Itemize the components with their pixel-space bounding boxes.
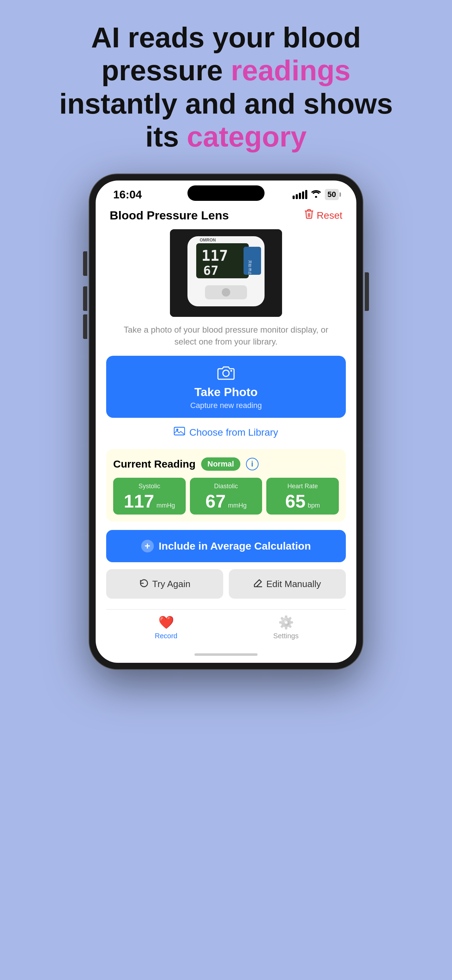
status-badge: Normal — [201, 457, 240, 471]
take-photo-subtitle: Capture new reading — [190, 401, 262, 410]
systolic-value-row: 117 mmHg — [117, 492, 182, 510]
diastolic-box: Diastolic 67 mmHg — [190, 478, 263, 514]
systolic-unit: mmHg — [156, 502, 175, 509]
screen-title: Blood Pressure Lens — [110, 208, 229, 222]
systolic-box: Systolic 117 mmHg — [113, 478, 186, 514]
heart-icon: ❤️ — [158, 615, 174, 630]
reading-card: Current Reading Normal i Systolic 117 mm… — [106, 449, 346, 522]
take-photo-label: Take Photo — [194, 385, 258, 399]
tab-bar: ❤️ Record ⚙️ Settings — [106, 609, 346, 651]
headline-highlight2: category — [187, 121, 307, 153]
heart-rate-value: 65 — [285, 491, 306, 511]
status-icons: 50 — [293, 189, 339, 200]
edit-icon — [254, 579, 263, 589]
svg-rect-5 — [244, 247, 261, 275]
dynamic-island — [188, 185, 264, 201]
bp-monitor-image: 117 67 开始 停止 OMRON — [170, 229, 282, 317]
heart-rate-unit: bpm — [308, 502, 320, 509]
try-again-label: Try Again — [153, 579, 191, 590]
status-bar: 16:04 — [95, 180, 357, 205]
plus-icon: + — [141, 540, 154, 552]
headline: AI reads your blood pressure readings in… — [33, 21, 419, 153]
image-icon — [174, 426, 185, 439]
svg-text:停止: 停止 — [248, 268, 252, 275]
heart-rate-box: Heart Rate 65 bpm — [266, 478, 339, 514]
wifi-icon — [311, 189, 321, 200]
info-button[interactable]: i — [246, 458, 259, 470]
phone-shell: 16:04 — [89, 174, 363, 669]
reading-header: Current Reading Normal i — [113, 457, 339, 471]
edit-manually-button[interactable]: Edit Manually — [229, 569, 346, 599]
diastolic-value-row: 67 mmHg — [193, 492, 259, 510]
diastolic-unit: mmHg — [228, 502, 247, 509]
camera-icon — [217, 366, 235, 382]
diastolic-value: 67 — [205, 491, 226, 511]
systolic-value: 117 — [124, 491, 154, 511]
heart-rate-label: Heart Rate — [270, 483, 335, 490]
edit-manually-label: Edit Manually — [266, 579, 321, 590]
signal-icon — [293, 190, 307, 199]
tab-settings[interactable]: ⚙️ Settings — [226, 615, 346, 640]
tab-record-label: Record — [155, 632, 177, 640]
svg-point-12 — [231, 370, 232, 372]
status-time: 16:04 — [113, 188, 142, 201]
library-label: Choose from Library — [189, 427, 278, 438]
choose-library-button[interactable]: Choose from Library — [106, 426, 346, 439]
readings-row: Systolic 117 mmHg Diastolic 67 mmHg — [113, 478, 339, 514]
battery-icon: 50 — [325, 189, 339, 200]
svg-rect-13 — [174, 427, 185, 435]
phone-screen: 16:04 — [95, 180, 357, 663]
svg-text:OMRON: OMRON — [200, 238, 216, 243]
heart-rate-value-row: 65 bpm — [270, 492, 335, 510]
top-bar: Blood Pressure Lens Reset — [106, 208, 346, 222]
svg-point-11 — [223, 370, 229, 376]
tab-settings-label: Settings — [273, 632, 299, 640]
svg-point-14 — [176, 429, 178, 431]
photo-hint: Take a photo of your blood pressure moni… — [106, 324, 346, 347]
svg-point-10 — [222, 288, 230, 296]
screen-content: Blood Pressure Lens Reset — [95, 205, 357, 663]
trash-icon — [304, 209, 314, 222]
take-photo-button[interactable]: Take Photo Capture new reading — [106, 356, 346, 418]
gear-icon: ⚙️ — [278, 615, 294, 630]
reset-button[interactable]: Reset — [304, 209, 342, 222]
reading-title: Current Reading — [113, 458, 196, 470]
headline-highlight1: readings — [231, 54, 351, 86]
svg-text:67: 67 — [203, 263, 218, 278]
try-again-button[interactable]: Try Again — [106, 569, 223, 599]
svg-text:开始: 开始 — [248, 260, 252, 267]
include-average-button[interactable]: + Include in Average Calculation — [106, 530, 346, 562]
svg-text:117: 117 — [202, 247, 228, 264]
reset-label: Reset — [317, 210, 342, 221]
diastolic-label: Diastolic — [193, 483, 259, 490]
tab-record[interactable]: ❤️ Record — [106, 615, 226, 640]
retry-icon — [139, 578, 149, 590]
systolic-label: Systolic — [117, 483, 182, 490]
include-btn-label: Include in Average Calculation — [159, 540, 311, 552]
home-indicator — [194, 653, 258, 656]
secondary-buttons: Try Again Edit Manually — [106, 569, 346, 599]
